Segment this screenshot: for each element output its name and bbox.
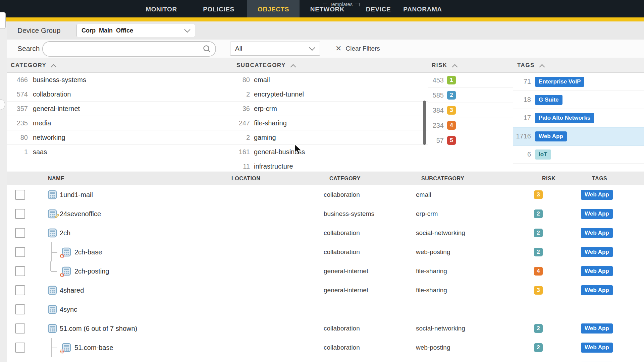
table-row[interactable]: ✎24sevenofficebusiness-systemserp-crm2We… [0,204,644,223]
row-checkbox[interactable] [15,323,25,334]
table-row[interactable]: 2chcollaborationsocial-networking2Web Ap… [0,223,644,242]
row-checkbox[interactable] [15,209,25,219]
app-name-link[interactable]: 2ch-base [74,248,102,256]
column-header-subcategory[interactable]: SUBCATEGORY [421,172,464,185]
tag-chip: Web App [581,343,613,353]
chevron-down-icon [309,45,315,51]
row-subcategory: web-posting [416,248,450,256]
column-header-risk[interactable]: RISK [542,172,555,185]
category-filter-item[interactable]: 357general-internet [7,102,232,116]
row-subcategory: social-networking [416,229,465,237]
category-filter-item[interactable]: 1saas [7,145,232,159]
row-checkbox[interactable] [15,304,25,314]
app-function-icon: ⚙ [62,343,71,352]
tags-filter-item[interactable]: 71Enterprise VoIP [513,73,644,91]
row-subcategory: file-sharing [416,287,447,294]
subcategory-filter-header[interactable]: SUBCATEGORY [232,58,428,73]
subcategory-scrollbar-thumb[interactable] [423,101,426,145]
risk-badge-4: 4 [534,267,543,276]
search-label: Search [17,45,40,53]
app-name-link[interactable]: 1und1-mail [60,191,93,198]
app-name-link[interactable]: 4shared [60,286,84,294]
app-name-link[interactable]: 2ch [60,229,70,237]
app-icon [48,190,57,199]
column-header-name[interactable]: NAME [48,172,64,185]
category-filter-item[interactable]: 466business-systems [7,73,232,87]
search-field[interactable] [42,41,216,57]
tags-filter-item[interactable]: 18G Suite [513,91,644,109]
row-checkbox[interactable] [15,190,25,200]
tags-filter-header[interactable]: TAGS [513,58,644,73]
subcategory-filter-item[interactable]: 36erp-crm [232,102,428,116]
tag-chip: Enterprise VoIP [535,77,584,87]
risk-filter-item[interactable]: 3843 [428,103,513,118]
tag-chip: Web App [581,209,613,219]
column-header-tags[interactable]: TAGS [592,172,607,185]
category-filter-header[interactable]: CATEGORY [7,58,232,73]
table-row[interactable]: 4sync [0,300,644,319]
row-subcategory: social-networking [416,325,465,332]
row-subcategory: email [416,191,431,198]
row-checkbox[interactable] [15,247,25,257]
subcategory-filter-item[interactable]: 161general-business [232,145,428,159]
nav-tab-objects[interactable]: OBJECTS [258,6,289,13]
collapse-caret-icon[interactable] [290,64,296,70]
risk-badge-1: 1 [447,76,456,84]
row-subcategory: erp-crm [416,210,438,218]
category-filter-item[interactable]: 574collaboration [7,87,232,102]
column-header-location[interactable]: LOCATION [231,172,260,185]
tags-filter-item[interactable]: 17Palo Alto Networks [513,109,644,127]
risk-filter-item[interactable]: 2344 [428,118,513,133]
table-row[interactable]: 1und1-mailcollaborationemail3Web App [0,185,644,204]
nav-tab-monitor[interactable]: MONITOR [146,6,177,13]
table-row[interactable]: ⚙51.com-basecollaborationweb-posting2Web… [0,338,644,357]
row-category: collaboration [324,229,360,237]
row-checkbox[interactable] [15,343,25,353]
subcategory-item-count: 2 [232,134,250,141]
column-header-category[interactable]: CATEGORY [329,172,361,185]
table-row[interactable]: ⚙2ch-basecollaborationweb-posting2Web Ap… [0,242,644,261]
table-row[interactable]: 1Web App [0,357,644,362]
tag-chip: Web App [581,323,613,334]
table-row[interactable]: 4sharedgeneral-internetfile-sharing3Web … [0,281,644,300]
row-checkbox[interactable] [15,285,25,295]
category-filter-item[interactable]: 235media [7,116,232,130]
subcategory-filter-item[interactable]: 2encrypted-tunnel [232,87,428,102]
risk-filter-header[interactable]: RISK [428,58,513,73]
subcategory-filter-item[interactable]: 80email [232,73,428,87]
search-input[interactable] [49,43,195,54]
nav-tab-policies[interactable]: POLICIES [203,6,234,13]
tags-item-count: 18 [513,96,531,104]
subcategory-item-label: email [254,76,270,84]
risk-filter-item[interactable]: 4531 [428,73,513,88]
row-checkbox[interactable] [15,228,25,238]
subcategory-item-label: gaming [254,134,276,141]
category-filter-item[interactable]: 80networking [7,130,232,145]
app-name-link[interactable]: 2ch-posting [74,267,109,275]
collapse-caret-icon[interactable] [452,64,458,70]
row-checkbox[interactable] [15,266,25,276]
tags-filter-item[interactable]: 1716Web App [513,127,644,145]
row-risk: 2 [534,209,543,218]
collapse-caret-icon[interactable] [51,64,57,70]
risk-filter-item[interactable]: 5852 [428,88,513,103]
app-name-link[interactable]: 24sevenoffice [60,210,101,218]
app-name-link[interactable]: 4sync [60,305,77,313]
risk-filter-item[interactable]: 575 [428,133,513,148]
nav-tab-panorama[interactable]: PANORAMA [403,6,442,13]
subcategory-filter-item[interactable]: 2gaming [232,130,428,145]
filter-scope-select[interactable]: All [230,42,320,56]
device-group-select[interactable]: Corp_Main_Office [76,24,195,37]
table-row[interactable]: ⚙2ch-postinggeneral-internetfile-sharing… [0,261,644,281]
clear-filters-button[interactable]: ✕ Clear Filters [335,40,380,58]
app-name-link[interactable]: 51.com (6 out of 7 shown) [60,324,137,332]
tags-filter-item[interactable]: 6IoT [513,145,644,164]
collapse-caret-icon[interactable] [539,64,545,70]
table-row[interactable]: 51.com (6 out of 7 shown)collaborationso… [0,319,644,338]
app-name-link[interactable]: 51.com-base [74,344,113,351]
risk-item-count: 585 [428,92,444,99]
row-risk: 2 [534,343,543,352]
subcategory-filter-item[interactable]: 247file-sharing [232,116,428,130]
tag-chip: G Suite [535,95,562,105]
row-category: collaboration [324,248,360,256]
